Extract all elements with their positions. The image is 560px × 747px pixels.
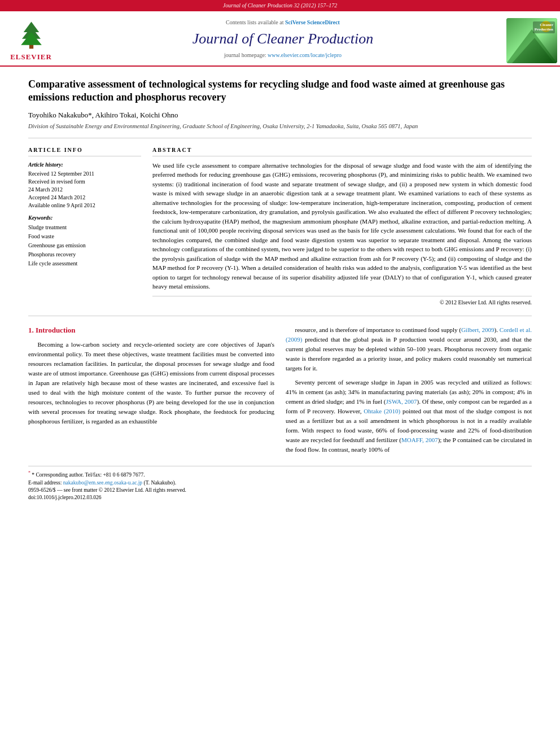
copyright-line: © 2012 Elsevier Ltd. All rights reserved… (152, 296, 532, 307)
abstract-column: Abstract We used life cycle assessment t… (152, 146, 532, 307)
abstract-label: Abstract (152, 146, 532, 156)
intro-right-text: resource, and is therefore of importance… (286, 325, 532, 455)
keywords-group: Keywords: Sludge treatment Food waste Gr… (28, 214, 141, 268)
revised-date: Received in revised form24 March 2012 (28, 178, 141, 194)
keyword-1: Sludge treatment (28, 223, 141, 232)
intro-left-column: 1. Introduction Becoming a low-carbon so… (28, 325, 274, 460)
issn-line: 0959-6526/$ — see front matter © 2012 El… (28, 487, 532, 494)
abstract-text: We used life cycle assessment to compare… (152, 161, 532, 291)
email-note: E-mail address: nakakubo@em.see.eng.osak… (28, 479, 532, 487)
intro-right-column: resource, and is therefore of importance… (286, 325, 532, 460)
badge-overlay-text: Cleaner Production (533, 21, 555, 33)
journal-title: Journal of Cleaner Production (193, 29, 373, 49)
footnote-section: * * Corresponding author. Tel/fax: +81 0… (28, 466, 532, 501)
sciverse-availability: Contents lists available at SciVerse Sci… (226, 19, 340, 27)
ref-ohtake[interactable]: Ohtake (2010) (364, 408, 400, 414)
elsevier-brand-name: ELSEVIER (10, 52, 52, 62)
online-date: Available online 9 April 2012 (28, 202, 141, 209)
elsevier-tree-icon (10, 19, 53, 50)
ref-jswa[interactable]: JSWA, 2007 (386, 398, 417, 405)
keyword-3: Greenhouse gas emission (28, 241, 141, 250)
intro-para-right-1: resource, and is therefore of importance… (286, 325, 532, 373)
intro-para-right-2: Seventy percent of sewerage sludge in Ja… (286, 378, 532, 455)
corresponding-author-note: * * Corresponding author. Tel/fax: +81 0… (28, 470, 532, 479)
article-title: Comparative assessment of technological … (28, 78, 532, 104)
keywords-list: Sludge treatment Food waste Greenhouse g… (28, 223, 141, 268)
author-email-link[interactable]: nakakubo@em.see.eng.osaka-u.ac.jp (63, 480, 142, 486)
intro-para-1: Becoming a low-carbon society and recycl… (28, 340, 274, 426)
homepage-url[interactable]: www.elsevier.com/locate/jclepro (268, 52, 342, 58)
article-title-section: Comparative assessment of technological … (28, 67, 532, 138)
ref-gilbert[interactable]: Gilbert, 2009 (461, 326, 495, 333)
journal-citation-text: Journal of Cleaner Production 32 (2012) … (223, 2, 337, 8)
ref-cordell[interactable]: Cordell et al. (2009) (286, 326, 532, 343)
history-label: Article history: (28, 161, 141, 169)
journal-homepage-line: journal homepage: www.elsevier.com/locat… (224, 51, 342, 59)
journal-citation-bar: Journal of Cleaner Production 32 (2012) … (0, 0, 560, 11)
introduction-section: 1. Introduction Becoming a low-carbon so… (28, 325, 532, 460)
accepted-date: Accepted 24 March 2012 (28, 194, 141, 202)
doi-line: doi:10.1016/j.jclepro.2012.03.026 (28, 494, 532, 501)
intro-left-text: Becoming a low-carbon society and recycl… (28, 340, 274, 426)
article-history: Article history: Received 12 September 2… (28, 161, 141, 209)
received-date: Received 12 September 2011 (28, 170, 141, 178)
elsevier-tree-graphic (8, 19, 54, 50)
main-content: Comparative assessment of technological … (0, 67, 560, 502)
section-divider (28, 316, 532, 316)
section-heading-intro: 1. Introduction (28, 325, 274, 335)
article-affiliation: Division of Sustainable Energy and Envir… (28, 123, 532, 131)
journal-header: ELSEVIER Contents lists available at Sci… (0, 11, 560, 67)
badge-image: Cleaner Production (506, 18, 557, 63)
keyword-2: Food waste (28, 232, 141, 241)
ref-moaff[interactable]: MOAFF, 2007 (401, 436, 438, 443)
keyword-4: Phosphorus recovery (28, 250, 141, 259)
elsevier-logo-area: ELSEVIER (0, 16, 62, 65)
article-authors: Toyohiko Nakakubo*, Akihiro Tokai, Koich… (28, 110, 532, 120)
journal-header-center: Contents lists available at SciVerse Sci… (62, 16, 504, 65)
cleaner-production-badge: Cleaner Production (504, 16, 560, 65)
article-info-label: Article Info (28, 146, 141, 156)
keyword-5: Life cycle assessment (28, 259, 141, 268)
info-abstract-columns: Article Info Article history: Received 1… (28, 146, 532, 307)
keywords-label: Keywords: (28, 214, 141, 222)
sciverse-link[interactable]: SciVerse ScienceDirect (285, 19, 340, 25)
article-info-column: Article Info Article history: Received 1… (28, 146, 141, 307)
